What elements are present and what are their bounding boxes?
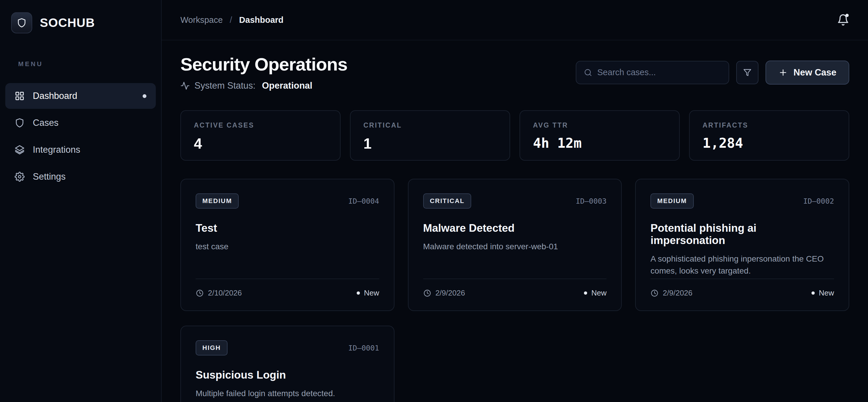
breadcrumb-separator: / [230, 15, 232, 25]
sidebar-item-dashboard[interactable]: Dashboard [5, 83, 156, 109]
case-cards-grid: MEDIUM ID–0004 Test test case 2/10/2026 … [180, 179, 849, 402]
case-title: Suspicious Login [196, 369, 379, 381]
search-icon [584, 68, 592, 77]
case-description: Malware detected into server-web-01 [423, 241, 607, 253]
case-card[interactable]: CRITICAL ID–0003 Malware Detected Malwar… [408, 179, 622, 311]
case-footer: 2/9/2026 New [423, 278, 607, 298]
stat-card-critical: CRITICAL 1 [350, 110, 510, 161]
search-input[interactable] [597, 68, 721, 77]
new-case-label: New Case [794, 67, 836, 78]
status-value: Operational [262, 80, 312, 91]
case-id: ID–0003 [576, 197, 607, 205]
stat-value: 1,284 [703, 135, 836, 151]
sidebar: SOCHUB MENU Dashboard Cases Integrations [0, 0, 162, 402]
funnel-icon [743, 68, 751, 77]
stat-value: 1 [364, 135, 497, 152]
notification-dot [845, 14, 849, 17]
dashboard-grid-icon [14, 91, 25, 101]
case-date: 2/9/2026 [423, 289, 465, 298]
case-status-text: New [591, 289, 607, 298]
case-description: Multiple failed login attempts detected. [196, 388, 379, 400]
status-dot-icon [584, 292, 587, 295]
sidebar-item-label: Settings [33, 171, 66, 182]
logo: SOCHUB [0, 0, 161, 33]
case-status: New [357, 289, 379, 298]
stat-label: CRITICAL [364, 122, 497, 129]
case-title: Test [196, 222, 379, 234]
case-footer: 2/9/2026 New [650, 278, 834, 298]
case-id: ID–0001 [348, 344, 379, 352]
sidebar-item-label: Integrations [33, 144, 80, 155]
stat-card-avg-ttr: AVG TTR 4h 12m [520, 110, 680, 161]
case-card-top: HIGH ID–0001 [196, 340, 379, 356]
active-indicator-dot [143, 94, 147, 98]
case-date: 2/9/2026 [650, 289, 692, 298]
status-label: System Status: [194, 80, 255, 91]
shield-icon [14, 118, 25, 128]
breadcrumb-dashboard: Dashboard [239, 15, 283, 25]
case-card-top: MEDIUM ID–0004 [196, 193, 379, 209]
new-case-button[interactable]: New Case [766, 61, 849, 85]
stat-label: AVG TTR [533, 122, 666, 129]
sidebar-nav: Dashboard Cases Integrations Settings [0, 83, 161, 190]
stat-label: ARTIFACTS [703, 122, 836, 129]
notifications-button[interactable] [837, 14, 849, 26]
case-status-text: New [364, 289, 379, 298]
case-card-top: MEDIUM ID–0002 [650, 193, 834, 209]
severity-badge: CRITICAL [423, 193, 471, 209]
gear-icon [14, 172, 25, 182]
stat-card-artifacts: ARTIFACTS 1,284 [689, 110, 849, 161]
case-id: ID–0002 [803, 197, 834, 205]
case-card-top: CRITICAL ID–0003 [423, 193, 607, 209]
case-date-text: 2/9/2026 [435, 289, 465, 298]
page-title-block: Security Operations System Status: Opera… [180, 54, 347, 91]
stat-card-active-cases: ACTIVE CASES 4 [180, 110, 341, 161]
page-header: Security Operations System Status: Opera… [180, 54, 849, 91]
case-description: test case [196, 241, 379, 253]
system-status: System Status: Operational [180, 80, 347, 91]
sidebar-item-settings[interactable]: Settings [5, 164, 156, 190]
sidebar-item-label: Dashboard [33, 91, 77, 101]
pulse-icon [180, 81, 190, 91]
stat-value: 4 [194, 135, 327, 152]
page-title: Security Operations [180, 54, 347, 75]
main-area: Workspace / Dashboard Security Operation… [162, 0, 868, 402]
case-id: ID–0004 [348, 197, 379, 205]
case-card[interactable]: MEDIUM ID–0002 Potential phishing ai imp… [635, 179, 849, 311]
severity-badge: MEDIUM [650, 193, 693, 209]
case-footer: 2/10/2026 New [196, 278, 379, 298]
case-title: Potential phishing ai impersonation [650, 222, 834, 247]
case-card[interactable]: MEDIUM ID–0004 Test test case 2/10/2026 … [180, 179, 395, 311]
menu-section-label: MENU [18, 60, 161, 68]
logo-text: SOCHUB [40, 16, 95, 30]
content: Security Operations System Status: Opera… [162, 40, 868, 402]
case-title: Malware Detected [423, 222, 607, 234]
clock-icon [423, 289, 431, 297]
status-dot-icon [357, 292, 360, 295]
case-status: New [584, 289, 607, 298]
clock-icon [196, 289, 204, 297]
case-status: New [811, 289, 834, 298]
case-card[interactable]: HIGH ID–0001 Suspicious Login Multiple f… [180, 326, 395, 402]
status-dot-icon [811, 292, 815, 295]
severity-badge: HIGH [196, 340, 227, 356]
breadcrumb-workspace[interactable]: Workspace [180, 15, 223, 25]
filter-button[interactable] [736, 61, 758, 84]
stat-value: 4h 12m [533, 135, 666, 151]
sidebar-item-cases[interactable]: Cases [5, 110, 156, 136]
plus-icon [778, 68, 788, 77]
sidebar-item-integrations[interactable]: Integrations [5, 137, 156, 163]
case-status-text: New [819, 289, 834, 298]
severity-badge: MEDIUM [196, 193, 239, 209]
header-controls: New Case [576, 61, 849, 85]
case-date-text: 2/10/2026 [208, 289, 242, 298]
search-box [576, 61, 729, 84]
stat-label: ACTIVE CASES [194, 122, 327, 129]
layers-icon [14, 145, 25, 155]
clock-icon [650, 289, 659, 297]
case-description: A sophisticated phishing inpersonation t… [650, 253, 834, 277]
logo-shield-icon [11, 12, 32, 33]
case-date: 2/10/2026 [196, 289, 242, 298]
topbar: Workspace / Dashboard [162, 0, 868, 40]
sidebar-item-label: Cases [33, 118, 59, 128]
